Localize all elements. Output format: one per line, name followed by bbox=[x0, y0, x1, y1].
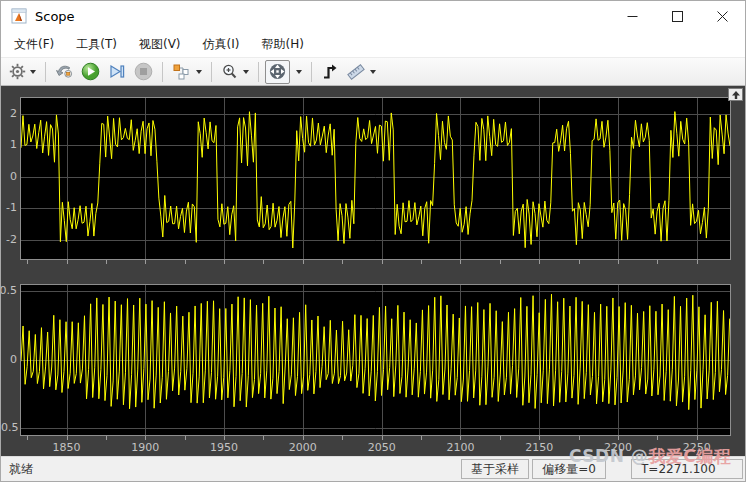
trigger-button[interactable] bbox=[318, 60, 341, 84]
ruler-icon bbox=[346, 63, 366, 81]
axis-minor-tick bbox=[697, 436, 698, 440]
axis-minor-tick bbox=[579, 260, 580, 264]
highlight-block-button[interactable] bbox=[52, 60, 76, 84]
axis-minor-tick bbox=[67, 436, 68, 440]
y-tick-label: 1 bbox=[1, 139, 17, 151]
toolbar-separator bbox=[162, 62, 163, 82]
axis-minor-tick bbox=[27, 436, 28, 440]
fit-to-view-dropdown[interactable] bbox=[292, 60, 305, 84]
axis-minor-tick bbox=[106, 260, 107, 264]
menu-file[interactable]: 文件(F) bbox=[3, 32, 65, 57]
axis-minor-tick bbox=[106, 436, 107, 440]
minimize-button[interactable] bbox=[610, 1, 655, 31]
x-tick-label: 2100 bbox=[438, 442, 482, 454]
y-tick-label: -2 bbox=[1, 234, 17, 246]
magnifier-zoom-icon bbox=[221, 63, 239, 81]
scope-window: Scope 文件(F) 工具(T) 视图(V) 仿真(I) 帮助(H) bbox=[0, 0, 746, 482]
axis-minor-tick bbox=[697, 260, 698, 264]
axis-minor-tick bbox=[263, 436, 264, 440]
axis-minor-tick bbox=[460, 436, 461, 440]
axis-minor-tick bbox=[500, 436, 501, 440]
trigger-icon bbox=[321, 63, 338, 80]
axis-minor-tick bbox=[382, 436, 383, 440]
signal-selector-button[interactable] bbox=[169, 60, 205, 84]
axis-minor-tick bbox=[657, 436, 658, 440]
chevron-down-icon bbox=[370, 70, 376, 74]
fit-to-view-button[interactable] bbox=[265, 60, 290, 84]
play-icon bbox=[81, 62, 100, 81]
axis-minor-tick bbox=[579, 436, 580, 440]
x-tick-label: 2250 bbox=[675, 442, 719, 454]
stop-button[interactable] bbox=[131, 60, 156, 84]
menu-help[interactable]: 帮助(H) bbox=[250, 32, 314, 57]
close-button[interactable] bbox=[700, 1, 745, 31]
menu-simulation[interactable]: 仿真(I) bbox=[192, 32, 251, 57]
y-tick-label: -0.5 bbox=[1, 422, 17, 434]
menu-tools[interactable]: 工具(T) bbox=[65, 32, 128, 57]
up-arrow-icon bbox=[732, 91, 740, 99]
x-tick-label: 2150 bbox=[517, 442, 561, 454]
x-tick-label: 2000 bbox=[281, 442, 325, 454]
axis-minor-tick bbox=[224, 436, 225, 440]
chevron-down-icon bbox=[196, 70, 202, 74]
toolbar-separator bbox=[211, 62, 212, 82]
axis-minor-tick bbox=[185, 436, 186, 440]
axis-minor-tick bbox=[303, 436, 304, 440]
status-ready-text: 就绪 bbox=[9, 461, 33, 478]
y-tick-label: 0 bbox=[1, 171, 17, 183]
status-sim-time: T=2271.100 bbox=[631, 459, 743, 479]
signal-selector-icon bbox=[172, 63, 192, 81]
y-tick-label: -1 bbox=[1, 202, 17, 214]
axis-minor-tick bbox=[421, 260, 422, 264]
step-forward-button[interactable] bbox=[105, 60, 129, 84]
x-tick-label: 2200 bbox=[596, 442, 640, 454]
axis-minor-tick bbox=[539, 436, 540, 440]
x-tick-label: 1850 bbox=[45, 442, 89, 454]
step-forward-icon bbox=[108, 63, 126, 80]
maximize-axes-button[interactable] bbox=[728, 88, 743, 101]
scope-app-icon bbox=[11, 8, 27, 24]
upper-trace-canvas bbox=[21, 98, 730, 259]
axis-minor-tick bbox=[303, 260, 304, 264]
toolbar-separator bbox=[45, 62, 46, 82]
chevron-down-icon bbox=[296, 70, 302, 74]
zoom-button[interactable] bbox=[218, 60, 252, 84]
axis-minor-tick bbox=[263, 260, 264, 264]
axis-minor-tick bbox=[382, 260, 383, 264]
axis-minor-tick bbox=[67, 260, 68, 264]
x-tick-label: 1950 bbox=[202, 442, 246, 454]
maximize-icon bbox=[672, 11, 683, 22]
axis-minor-tick bbox=[618, 436, 619, 440]
axis-minor-tick bbox=[145, 436, 146, 440]
chevron-down-icon bbox=[30, 70, 36, 74]
y-tick-label: 2 bbox=[1, 108, 17, 120]
axis-minor-tick bbox=[224, 260, 225, 264]
maximize-button[interactable] bbox=[655, 1, 700, 31]
axis-minor-tick bbox=[657, 260, 658, 264]
measurements-button[interactable] bbox=[343, 60, 379, 84]
y-tick-label: 0 bbox=[1, 354, 17, 366]
chevron-down-icon bbox=[243, 70, 249, 74]
axis-minor-tick bbox=[145, 260, 146, 264]
menu-view[interactable]: 视图(V) bbox=[128, 32, 192, 57]
settings-button[interactable] bbox=[6, 60, 39, 84]
status-sample-mode: 基于采样 bbox=[461, 459, 529, 479]
run-button[interactable] bbox=[78, 60, 103, 84]
lower-axes[interactable] bbox=[20, 284, 731, 436]
y-tick-label: 0.5 bbox=[1, 285, 17, 297]
status-offset: 偏移量=0 bbox=[532, 459, 606, 479]
highlight-block-icon bbox=[55, 63, 73, 80]
gear-icon bbox=[9, 63, 26, 80]
status-bar: 就绪 基于采样 偏移量=0 T=2271.100 bbox=[1, 456, 745, 481]
axis-minor-tick bbox=[539, 260, 540, 264]
toolbar-separator bbox=[311, 62, 312, 82]
upper-axes[interactable] bbox=[20, 97, 731, 260]
title-bar: Scope bbox=[1, 1, 745, 31]
axis-minor-tick bbox=[421, 436, 422, 440]
axis-minor-tick bbox=[342, 260, 343, 264]
lower-trace-canvas bbox=[21, 285, 730, 435]
toolbar bbox=[1, 58, 745, 86]
fit-to-view-icon bbox=[269, 63, 286, 80]
axis-minor-tick bbox=[460, 260, 461, 264]
stop-icon bbox=[134, 62, 153, 81]
